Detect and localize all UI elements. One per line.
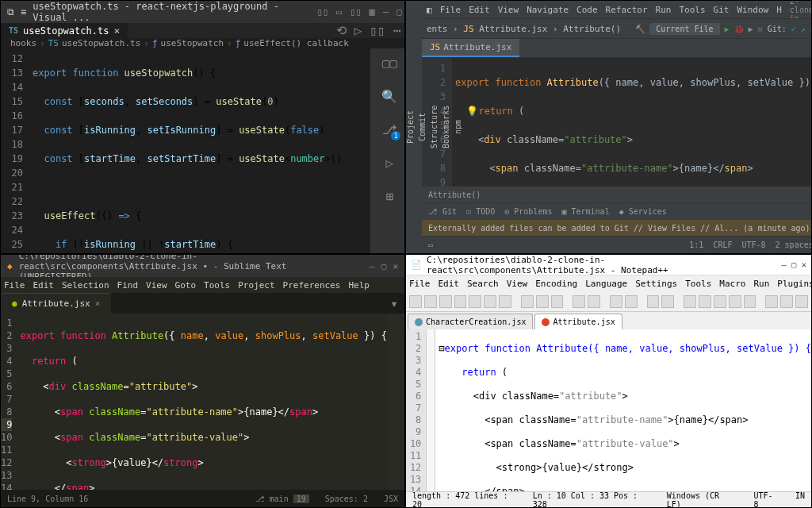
debug-icon[interactable]: 🐞 [734,25,744,33]
git-update-icon[interactable]: ✓ [791,25,796,33]
unfold-icon[interactable] [744,295,756,308]
menu-edit[interactable]: Edit [33,280,55,291]
minimize-icon[interactable]: — [370,261,375,271]
left-tool-strip[interactable]: Project Commit Structure Bookmarks npm [406,1,422,253]
undo-icon[interactable] [573,295,585,308]
menu-git[interactable]: Git [714,5,730,15]
encoding[interactable]: UTF-8 [741,241,765,249]
close-icon[interactable]: × [95,298,101,309]
zoomout-icon[interactable] [661,295,674,308]
titlebar[interactable]: ◆ C:\repositories\diablo-2-clone-in-reac… [1,255,404,277]
close-icon[interactable]: × [113,25,120,37]
new-icon[interactable] [409,295,422,308]
redo-icon[interactable] [588,295,600,308]
tab-charactercreation[interactable]: CharacterCreation.jsx [408,314,533,329]
menu-tools[interactable]: Tools [685,279,711,289]
project-tool[interactable]: Project [406,4,415,250]
cursor-pos[interactable]: 1:1 [689,241,703,249]
code-content[interactable]: export function Attribute({ name, value,… [452,58,812,187]
cut-icon[interactable] [521,295,534,308]
chars-icon[interactable] [699,295,711,308]
menu-run[interactable]: Run [753,279,769,289]
menu-help[interactable]: H [776,5,782,15]
play-icon[interactable] [780,295,793,308]
menu-navigate[interactable]: Navigate [527,5,569,15]
bookmarks-tool[interactable]: Bookmarks [442,4,450,250]
minimize-icon[interactable]: — [383,6,389,17]
paste-icon[interactable] [551,295,564,308]
layout-bottom-icon[interactable]: ▭ [336,6,342,17]
menu-code[interactable]: Code [576,5,598,15]
menu-macro[interactable]: Macro [719,279,745,289]
debug-icon[interactable]: ▷ [380,153,399,172]
problems-tool[interactable]: ⊙ Problems [504,207,552,216]
menu-view[interactable]: View [498,5,519,15]
close-icon[interactable]: ✕ [801,260,806,270]
extensions-icon[interactable]: ⊞ [380,187,399,206]
titlebar[interactable]: 📄 C:\repositories\diablo-2-clone-in-reac… [406,255,811,275]
menu-icon[interactable]: ≡ [21,6,26,17]
services-tool[interactable]: ◆ Services [619,207,667,216]
more-icon[interactable]: ⋯ [393,23,401,38]
layout-right-icon[interactable]: ▯▯ [350,6,361,17]
indent-icon[interactable] [714,295,726,308]
menu-tools[interactable]: Tools [679,5,705,15]
breadcrumb-bottom[interactable]: Attribute() [422,187,812,202]
maximize-icon[interactable]: ▢ [791,260,797,270]
encoding[interactable]: UTF-8 [753,491,776,509]
code-content[interactable]: export function useStopwatch() { const [… [33,48,370,254]
structure-tool[interactable]: Structure [430,4,439,250]
tab-attribute[interactable]: ●Attribute.jsx× [1,293,111,314]
menu-file[interactable]: File [4,280,25,291]
notification-bar[interactable]: Externally added files can be added to G… [422,220,812,236]
eol[interactable]: Windows (CR LF) [667,491,735,509]
run-icon[interactable]: ▷ [354,23,362,38]
menu-find[interactable]: Find [117,280,139,291]
closeall-icon[interactable] [484,295,496,308]
menu-goto[interactable]: Goto [175,280,197,291]
vscode-titlebar[interactable]: ⧉ ≡ useStopwatch.ts - react-nextjs-playg… [1,1,405,23]
zoomin-icon[interactable] [647,295,660,308]
menu-view[interactable]: View [507,279,528,289]
menu-tools[interactable]: Tools [204,280,230,291]
source-control-icon[interactable]: ⎇ [380,120,399,139]
copy-icon[interactable] [536,295,549,308]
code-editor[interactable]: 121314151617181920212223242526 export fu… [1,48,370,254]
terminal-tool[interactable]: ▣ Terminal [561,207,609,216]
code-content[interactable]: export function Attribute({ name, value,… [20,314,386,490]
menu-settings[interactable]: Settings [635,279,677,289]
menu-selection[interactable]: Selection [62,280,109,291]
minimap[interactable] [387,314,404,490]
run-icon[interactable]: ▶ [725,25,730,33]
tab-usestopwatch[interactable]: TS useStopwatch.ts × [1,23,128,38]
menu-search[interactable]: Search [467,279,499,289]
minimize-icon[interactable]: — [781,260,787,270]
hammer-icon[interactable]: 🔨 [635,25,645,33]
find-icon[interactable] [610,295,622,308]
search-icon[interactable]: 🔍 [380,87,399,106]
todo-tool[interactable]: ☑ TODO [466,207,495,216]
breadcrumb[interactable]: hooks› TSuseStopwatch.ts› ƒuseStopwatch›… [1,38,405,48]
menu-file[interactable]: File [409,279,431,289]
code-editor[interactable]: 1234567891011121314151617181920 ⊟export … [406,329,811,491]
menu-edit[interactable]: Edit [439,279,460,289]
saveall-icon[interactable] [454,295,467,308]
insert-mode[interactable]: IN [795,491,805,509]
maximize-icon[interactable]: ▢ [381,261,387,271]
menu-preferences[interactable]: Preferences [283,280,341,291]
replace-icon[interactable] [625,295,638,308]
menu-run[interactable]: Run [656,5,672,15]
syntax[interactable]: JSX [384,495,398,503]
go-back-icon[interactable]: ⟲ [336,23,347,38]
code-content[interactable]: ⊟export function Attribute({ name, value… [435,329,811,491]
menu-view[interactable]: View [146,280,167,291]
indent[interactable]: Spaces: 2 [325,495,368,503]
line-sep[interactable]: CRLF [713,241,732,249]
open-icon[interactable] [424,295,437,308]
commit-tool[interactable]: Commit [418,4,427,250]
cursor-pos[interactable]: Line 9, Column 16 [7,495,88,503]
git-commit-icon[interactable]: ↗ [801,25,806,33]
split-icon[interactable]: ▯▯ [370,23,385,38]
layout-grid-icon[interactable]: ▦ [370,6,375,17]
npm-tool[interactable]: npm [454,4,462,250]
